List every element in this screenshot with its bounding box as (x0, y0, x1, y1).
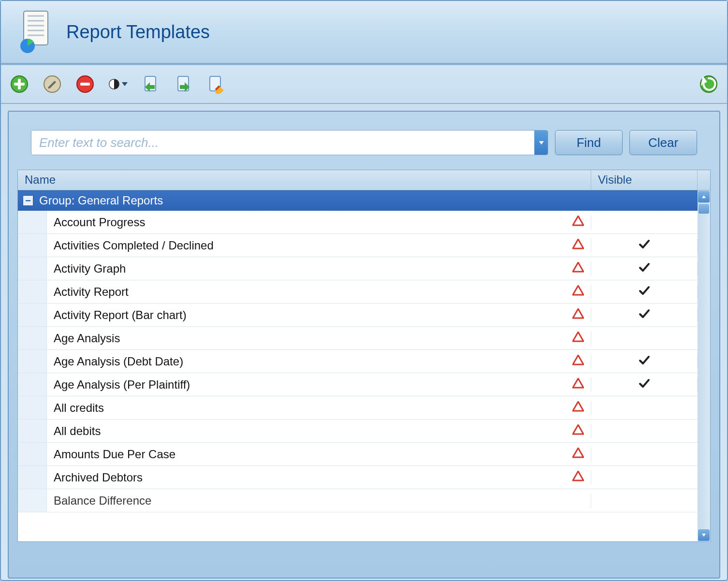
cell-name: Amounts Due Per Case (47, 448, 591, 461)
cell-visible (591, 262, 698, 276)
cell-visible (591, 378, 698, 392)
row-indent (18, 396, 47, 419)
table-row[interactable]: Age Analysis (18, 327, 698, 350)
warning-icon (572, 239, 584, 252)
table-row[interactable]: Archived Debtors (18, 466, 698, 489)
warning-icon (572, 285, 584, 299)
search-input-wrap (31, 130, 548, 155)
collapse-icon[interactable]: − (23, 195, 33, 206)
table-row[interactable]: Amounts Due Per Case (18, 443, 698, 466)
cell-name: Age Analysis (Debt Date) (47, 355, 591, 368)
search-dropdown-icon[interactable] (534, 131, 548, 155)
cell-name: Activity Graph (47, 262, 591, 276)
add-icon[interactable] (10, 74, 29, 94)
column-header-visible[interactable]: Visible (591, 170, 698, 190)
grid: Name Visible −Group: General ReportsAcco… (17, 170, 711, 542)
clear-button[interactable]: Clear (629, 130, 697, 155)
row-indent (18, 466, 47, 489)
warning-icon (572, 262, 584, 276)
import-icon[interactable] (141, 74, 160, 94)
refresh-icon[interactable] (699, 74, 718, 94)
row-indent (18, 280, 47, 303)
row-name: Balance Difference (54, 494, 151, 508)
row-name: Activity Graph (54, 262, 126, 276)
cell-name: All debits (47, 424, 591, 438)
cell-name: Activities Completed / Declined (47, 239, 591, 252)
svg-rect-12 (80, 83, 90, 86)
cell-name: Activity Report (Bar chart) (47, 308, 591, 322)
row-name: Activities Completed / Declined (54, 239, 214, 252)
row-indent (18, 443, 47, 465)
scroll-thumb[interactable] (699, 204, 709, 214)
table-row[interactable]: Account Progress (18, 211, 698, 234)
row-name: All debits (54, 424, 101, 438)
table-row[interactable]: Activity Report (Bar chart) (18, 304, 698, 327)
search-bar: Find Clear (31, 130, 697, 155)
warning-icon (572, 378, 584, 392)
cell-name: Balance Difference (47, 494, 591, 508)
group-label: Group: General Reports (39, 194, 163, 207)
row-indent (18, 257, 47, 280)
cell-visible (591, 285, 698, 299)
row-indent (18, 350, 47, 373)
report-templates-icon (18, 10, 54, 54)
edit-icon[interactable] (43, 74, 62, 94)
delete-icon[interactable] (75, 74, 95, 94)
row-name: Account Progress (54, 216, 145, 229)
warning-icon (572, 355, 584, 368)
scrollbar[interactable] (698, 190, 710, 541)
column-header-name[interactable]: Name (18, 170, 591, 190)
page-title: Report Templates (66, 22, 210, 43)
warning-icon (572, 471, 584, 484)
checkmark-icon (639, 239, 650, 252)
checkmark-icon (639, 308, 650, 322)
cell-visible (591, 355, 698, 368)
content-panel: Find Clear Name Visible −Group: General … (8, 111, 720, 579)
cell-visible (591, 308, 698, 322)
grid-body: −Group: General ReportsAccount ProgressA… (18, 190, 710, 541)
row-name: Age Analysis (Debt Date) (54, 355, 183, 368)
group-row[interactable]: −Group: General Reports (18, 190, 698, 211)
search-input[interactable] (31, 131, 534, 155)
row-indent (18, 327, 47, 349)
row-indent (18, 489, 47, 512)
row-indent (18, 211, 47, 233)
checkmark-icon (639, 262, 650, 276)
row-indent (18, 373, 47, 396)
table-row[interactable]: All debits (18, 420, 698, 443)
row-name: Age Analysis (54, 332, 120, 345)
checkmark-icon (639, 378, 650, 392)
row-name: Activity Report (Bar chart) (54, 308, 187, 322)
table-row[interactable]: Activities Completed / Declined (18, 234, 698, 257)
visibility-toggle-icon[interactable] (108, 74, 128, 94)
warning-icon (572, 216, 584, 229)
cell-visible (591, 239, 698, 252)
cell-name: All credits (47, 401, 591, 415)
table-row[interactable]: Activity Graph (18, 257, 698, 280)
find-button[interactable]: Find (555, 130, 623, 155)
warning-icon (572, 424, 584, 438)
cell-name: Archived Debtors (47, 471, 591, 484)
window: Report Templates (0, 0, 728, 581)
warning-icon (572, 401, 584, 415)
titlebar: Report Templates (1, 1, 727, 64)
table-row[interactable]: Age Analysis (Per Plaintiff) (18, 373, 698, 396)
table-row[interactable]: Age Analysis (Debt Date) (18, 350, 698, 373)
checkmark-icon (639, 285, 650, 299)
apply-icon[interactable] (207, 74, 226, 94)
scroll-up-icon[interactable] (698, 191, 710, 203)
toolbar (1, 65, 727, 104)
warning-icon (572, 308, 584, 322)
cell-name: Account Progress (47, 216, 591, 229)
table-row[interactable]: Activity Report (18, 280, 698, 304)
warning-icon (572, 332, 584, 345)
row-indent (18, 304, 47, 326)
row-indent (18, 234, 47, 257)
row-name: Amounts Due Per Case (54, 448, 175, 461)
table-row[interactable]: Balance Difference (18, 489, 698, 512)
warning-icon (572, 448, 584, 461)
table-row[interactable]: All credits (18, 396, 698, 420)
row-name: All credits (54, 401, 104, 415)
export-icon[interactable] (174, 74, 193, 94)
scroll-down-icon[interactable] (698, 529, 710, 541)
